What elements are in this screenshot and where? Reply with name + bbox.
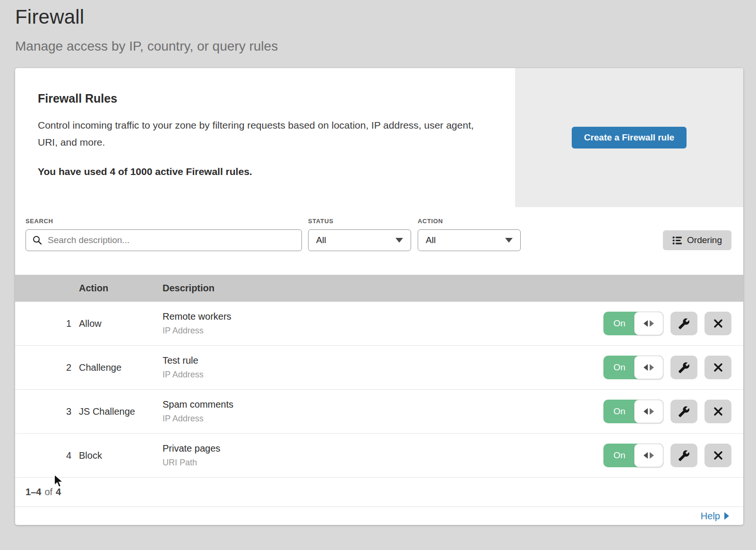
table-row: 1 Allow Remote workers IP Address On: [15, 302, 743, 346]
status-label: STATUS: [308, 218, 411, 225]
firewall-rules-card: Firewall Rules Control incoming traffic …: [15, 68, 743, 525]
toggle-arrows-icon: [634, 400, 663, 423]
intro-text-block: Firewall Rules Control incoming traffic …: [15, 68, 515, 207]
wrench-icon: [678, 362, 690, 374]
create-rule-panel: Create a Firewall rule: [515, 68, 743, 207]
rule-description: Remote workers: [163, 311, 603, 322]
rule-priority: 4: [15, 450, 79, 461]
delete-rule-button[interactable]: [704, 356, 731, 379]
rule-match-type: IP Address: [163, 326, 603, 336]
help-link-label: Help: [701, 511, 720, 522]
table-header: Action Description: [15, 275, 743, 302]
toggle-arrows-icon: [634, 444, 663, 467]
delete-rule-button[interactable]: [704, 444, 731, 467]
rule-description-cell: Private pages URI Path: [163, 443, 603, 468]
wrench-icon: [678, 406, 690, 418]
status-select[interactable]: All: [308, 229, 411, 251]
filters-bar: SEARCH STATUS All ACTION: [15, 207, 743, 275]
toggle-arrows-icon: [634, 356, 663, 379]
column-header-action: Action: [79, 283, 163, 294]
table-row: 2 Challenge Test rule IP Address On: [15, 346, 743, 390]
table-row: 4 Block Private pages URI Path On: [15, 434, 743, 478]
toggle-on-label: On: [603, 312, 636, 335]
action-label: ACTION: [418, 218, 521, 225]
delete-rule-button[interactable]: [704, 312, 731, 335]
search-filter: SEARCH: [26, 218, 302, 251]
edit-rule-button[interactable]: [670, 356, 697, 379]
toggle-on-label: On: [603, 444, 636, 467]
wrench-icon: [678, 450, 690, 462]
close-icon: [713, 451, 723, 460]
action-select[interactable]: All: [418, 229, 521, 251]
page-subtitle: Manage access by IP, country, or query r…: [15, 39, 743, 54]
close-icon: [713, 407, 723, 416]
rule-description-cell: Spam comments IP Address: [163, 399, 603, 424]
rule-controls: On: [603, 312, 743, 335]
page-title: Firewall: [15, 6, 743, 28]
table-row: 3 JS Challenge Spam comments IP Address …: [15, 390, 743, 434]
rule-match-type: IP Address: [163, 414, 603, 424]
rule-controls: On: [603, 356, 743, 379]
rule-controls: On: [603, 400, 743, 423]
chevron-down-icon: [505, 238, 513, 243]
ordering-button[interactable]: Ordering: [663, 230, 731, 250]
chevron-down-icon: [395, 238, 403, 243]
status-filter: STATUS All: [308, 218, 411, 251]
pagination: 1–4 of 4: [15, 478, 743, 507]
rule-action: Allow: [79, 318, 163, 329]
card-footer: Help: [15, 507, 743, 525]
rule-description-cell: Remote workers IP Address: [163, 311, 603, 336]
edit-rule-button[interactable]: [670, 312, 697, 335]
firewall-page: Firewall Manage access by IP, country, o…: [0, 0, 756, 525]
rule-priority: 2: [15, 362, 79, 373]
search-label: SEARCH: [26, 218, 302, 225]
search-input[interactable]: [26, 229, 302, 251]
create-firewall-rule-button[interactable]: Create a Firewall rule: [572, 127, 687, 148]
ordering-button-label: Ordering: [687, 235, 722, 245]
rule-match-type: URI Path: [163, 458, 603, 468]
pagination-range: 1–4: [26, 487, 41, 498]
rule-enabled-toggle[interactable]: On: [603, 400, 663, 423]
rule-action: JS Challenge: [79, 406, 163, 417]
rule-description: Test rule: [163, 355, 603, 366]
usage-summary: You have used 4 of 1000 active Firewall …: [38, 166, 487, 177]
rule-action: Challenge: [79, 362, 163, 373]
close-icon: [713, 319, 723, 328]
rule-enabled-toggle[interactable]: On: [603, 444, 663, 467]
status-selected-value: All: [316, 235, 326, 245]
card-intro-section: Firewall Rules Control incoming traffic …: [15, 68, 743, 207]
page-header: Firewall Manage access by IP, country, o…: [15, 6, 743, 54]
wrench-icon: [678, 318, 690, 330]
rule-priority: 1: [15, 318, 79, 329]
edit-rule-button[interactable]: [670, 444, 697, 467]
column-header-description: Description: [163, 283, 603, 294]
search-icon: [32, 235, 43, 245]
delete-rule-button[interactable]: [704, 400, 731, 423]
rule-match-type: IP Address: [163, 370, 603, 380]
rule-description-cell: Test rule IP Address: [163, 355, 603, 380]
action-selected-value: All: [426, 235, 436, 245]
edit-rule-button[interactable]: [670, 400, 697, 423]
triangle-right-icon: [724, 512, 729, 520]
help-link[interactable]: Help: [701, 511, 729, 522]
section-title: Firewall Rules: [38, 92, 487, 105]
search-input-wrap: [26, 229, 302, 251]
rule-enabled-toggle[interactable]: On: [603, 312, 663, 335]
toggle-on-label: On: [603, 400, 636, 423]
close-icon: [713, 363, 723, 372]
pagination-total: 4: [56, 487, 61, 498]
section-description: Control incoming traffic to your zone by…: [38, 117, 487, 151]
toggle-on-label: On: [603, 356, 636, 379]
pagination-of: of: [44, 487, 52, 498]
toggle-arrows-icon: [634, 312, 663, 335]
rule-controls: On: [603, 444, 743, 467]
ordered-list-icon: [672, 236, 682, 245]
rule-description: Spam comments: [163, 399, 603, 410]
action-filter: ACTION All: [418, 218, 521, 251]
rule-description: Private pages: [163, 443, 603, 454]
rule-action: Block: [79, 450, 163, 461]
rule-priority: 3: [15, 406, 79, 417]
rule-enabled-toggle[interactable]: On: [603, 356, 663, 379]
